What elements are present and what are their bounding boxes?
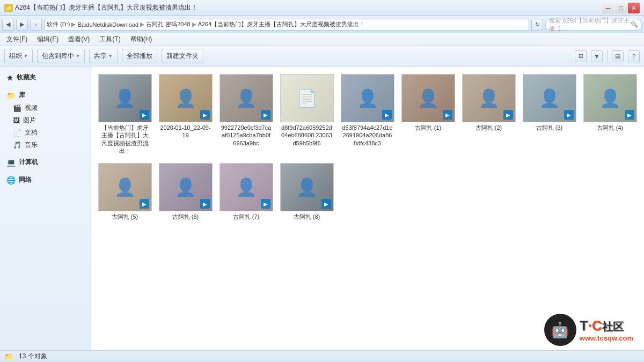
title-bar: 📁 A264【当前热门】虎牙主播【古阿扎】大尺度视频被渣男流出！ ─ □ ✕ xyxy=(0,0,644,16)
file-item[interactable]: 👤▶古阿扎 (8) xyxy=(279,161,335,223)
file-item[interactable]: 👤▶2020-01-10_22-09-19 xyxy=(157,72,214,157)
play-icon: ▶ xyxy=(140,110,149,120)
watermark-brand-container: T·C社区 www.tcsqw.com xyxy=(580,317,633,342)
sidebar: ★ 收藏夹 📁 库 🎬 视频 🖼 图片 📄 文档 🎵 xyxy=(0,67,91,350)
search-box[interactable]: 搜索 A264【当前热门】虎牙主播【... 🔍 xyxy=(545,19,642,31)
file-item[interactable]: 👤▶古阿扎 (6) xyxy=(157,161,214,223)
play-icon: ▶ xyxy=(625,110,634,120)
content-area: 👤▶【当前热门】虎牙主播【古阿扎】大尺度视频被渣男流出！👤▶2020-01-10… xyxy=(91,67,644,350)
video-label: 视频 xyxy=(25,104,38,113)
search-placeholder: 搜索 A264【当前热门】虎牙主播【... xyxy=(549,17,631,33)
sidebar-library-header[interactable]: 📁 库 xyxy=(0,88,91,102)
sidebar-favorites-section: ★ 收藏夹 xyxy=(0,71,91,84)
include-label: 包含到库中 xyxy=(42,51,74,61)
video-icon: 🎬 xyxy=(13,104,21,112)
person-shape: 📄 xyxy=(281,75,333,122)
file-item[interactable]: 📄d8f9d72a6059252d04eb688608 23063d59b5b9… xyxy=(279,72,335,157)
file-item[interactable]: 👤▶古阿扎 (3) xyxy=(521,72,577,157)
search-icon: 🔍 xyxy=(631,21,638,28)
file-item[interactable]: 👤▶古阿扎 (7) xyxy=(218,161,274,223)
file-label: 古阿扎 (4) xyxy=(597,124,624,131)
thumbnail-container: 👤▶ xyxy=(219,163,273,211)
sidebar-library-section: 📁 库 🎬 视频 🖼 图片 📄 文档 🎵 音乐 xyxy=(0,88,91,151)
sidebar-item-music[interactable]: 🎵 音乐 xyxy=(0,139,91,151)
sidebar-item-video[interactable]: 🎬 视频 xyxy=(0,102,91,114)
file-label: 古阿扎 (5) xyxy=(112,213,138,220)
file-item[interactable]: 👤▶9922720e0cf3d7caaf0125a9cba7bb0f6963a9… xyxy=(218,72,274,157)
file-item[interactable]: 👤▶古阿扎 (5) xyxy=(97,161,153,223)
address-bar: ◀ ▶ ↑ 软件 (D:) ▶ BaiduNetdiskDownload ▶ 古… xyxy=(0,16,644,33)
status-bar: 📁 13 个对象 xyxy=(0,350,644,362)
new-folder-button[interactable]: 新建文件夹 xyxy=(162,49,203,63)
file-item[interactable]: 👤▶d53f8794a4c27d1e2691904a206da868dfc438… xyxy=(339,72,396,157)
status-folder-icon: 📁 xyxy=(4,352,13,361)
new-folder-label: 新建文件夹 xyxy=(166,51,199,61)
play-icon: ▶ xyxy=(261,199,270,209)
thumbnail-container: 👤▶ xyxy=(280,163,334,211)
include-button[interactable]: 包含到库中 ▼ xyxy=(37,49,85,63)
music-icon: 🎵 xyxy=(13,141,21,149)
file-label: 古阿扎 (7) xyxy=(233,213,260,220)
play-icon: ▶ xyxy=(200,110,210,120)
preview-pane-button[interactable]: ▤ xyxy=(612,50,624,62)
play-icon: ▶ xyxy=(321,199,331,209)
file-label: 古阿扎 (1) xyxy=(415,124,442,131)
refresh-button[interactable]: ↻ xyxy=(531,19,543,31)
organize-button[interactable]: 组织 ▼ xyxy=(4,49,33,63)
favorites-icon: ★ xyxy=(6,73,13,82)
maximize-button[interactable]: □ xyxy=(615,3,627,13)
share-button[interactable]: 共享 ▼ xyxy=(89,49,118,63)
watermark: 🤖 T·C社区 www.tcsqw.com xyxy=(544,314,633,346)
organize-label: 组织 xyxy=(9,51,22,61)
favorites-label: 收藏夹 xyxy=(17,73,36,82)
main-layout: ★ 收藏夹 📁 库 🎬 视频 🖼 图片 📄 文档 🎵 xyxy=(0,67,644,350)
pictures-icon: 🖼 xyxy=(13,116,20,124)
menu-tools[interactable]: 工具(T) xyxy=(95,34,125,45)
network-label: 网络 xyxy=(19,175,32,184)
sidebar-favorites-header[interactable]: ★ 收藏夹 xyxy=(0,71,91,84)
title-bar-title: A264【当前热门】虎牙主播【古阿扎】大尺度视频被渣男流出！ xyxy=(15,3,197,12)
close-button[interactable]: ✕ xyxy=(628,3,640,13)
play-all-button[interactable]: 全部播放 xyxy=(122,49,157,63)
help-button[interactable]: ? xyxy=(628,50,640,62)
documents-icon: 📄 xyxy=(13,129,21,137)
pictures-label: 图片 xyxy=(23,116,36,125)
minimize-button[interactable]: ─ xyxy=(602,3,614,13)
file-label: 古阿扎 (2) xyxy=(475,124,502,131)
file-item[interactable]: 👤▶【当前热门】虎牙主播【古阿扎】大尺度视频被渣男流出！ xyxy=(97,72,153,157)
title-bar-controls: ─ □ ✕ xyxy=(602,3,640,13)
toolbar-divider xyxy=(607,50,608,63)
menu-edit[interactable]: 编辑(E) xyxy=(33,34,63,45)
menu-help[interactable]: 帮助(H) xyxy=(126,34,157,45)
thumbnail-container: 👤▶ xyxy=(219,74,273,122)
menu-file[interactable]: 文件(F) xyxy=(2,34,32,45)
breadcrumb-2: BaiduNetdiskDownload xyxy=(77,21,138,28)
play-all-label: 全部播放 xyxy=(127,51,152,61)
sidebar-computer-section: 💻 计算机 xyxy=(0,156,91,169)
sidebar-computer-header[interactable]: 💻 计算机 xyxy=(0,156,91,169)
back-button[interactable]: ◀ xyxy=(2,19,14,31)
menu-view[interactable]: 查看(V) xyxy=(64,34,94,45)
sidebar-item-pictures[interactable]: 🖼 图片 xyxy=(0,114,91,127)
forward-button[interactable]: ▶ xyxy=(16,19,28,31)
menu-bar: 文件(F) 编辑(E) 查看(V) 工具(T) 帮助(H) xyxy=(0,33,644,46)
file-item[interactable]: 👤▶古阿扎 (2) xyxy=(460,72,517,157)
file-item[interactable]: 👤▶古阿扎 (4) xyxy=(582,72,638,157)
status-count: 13 个对象 xyxy=(19,352,47,361)
view-toggle-button[interactable]: ⊞ xyxy=(575,50,587,62)
breadcrumb-1: 软件 (D:) xyxy=(47,20,70,28)
up-button[interactable]: ↑ xyxy=(30,19,42,31)
view-options-button[interactable]: ▼ xyxy=(591,50,603,62)
title-bar-icon: 📁 xyxy=(4,4,13,12)
network-icon: 🌐 xyxy=(6,176,16,184)
include-arrow: ▼ xyxy=(76,54,80,58)
computer-label: 计算机 xyxy=(19,158,38,167)
sidebar-network-header[interactable]: 🌐 网络 xyxy=(0,173,91,187)
address-box[interactable]: 软件 (D:) ▶ BaiduNetdiskDownload ▶ 古阿扎 密码2… xyxy=(44,19,529,31)
sidebar-item-documents[interactable]: 📄 文档 xyxy=(0,127,91,139)
file-label: d53f8794a4c27d1e2691904a206da868dfc438c3 xyxy=(341,124,393,147)
file-item[interactable]: 👤▶古阿扎 (1) xyxy=(400,72,456,157)
organize-arrow: ▼ xyxy=(24,54,28,58)
play-icon: ▶ xyxy=(261,110,270,120)
play-icon: ▶ xyxy=(140,199,149,209)
